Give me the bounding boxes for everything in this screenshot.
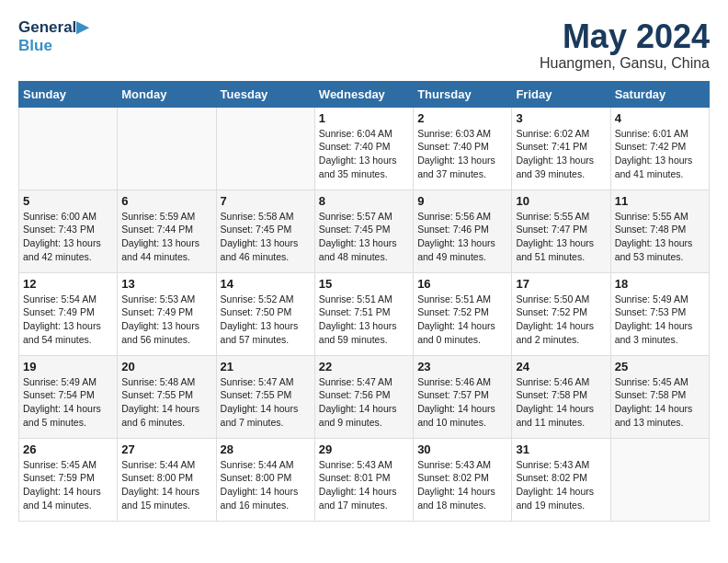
day-number: 12 [23, 277, 113, 291]
calendar-cell: 8Sunrise: 5:57 AM Sunset: 7:45 PM Daylig… [314, 190, 413, 272]
calendar-cell: 3Sunrise: 6:02 AM Sunset: 7:41 PM Daylig… [512, 107, 610, 190]
day-info: Sunrise: 5:57 AM Sunset: 7:45 PM Dayligh… [319, 210, 409, 264]
day-info: Sunrise: 6:03 AM Sunset: 7:40 PM Dayligh… [417, 127, 507, 181]
day-number: 17 [516, 277, 606, 291]
week-row-4: 19Sunrise: 5:49 AM Sunset: 7:54 PM Dayli… [19, 355, 710, 438]
calendar-cell: 14Sunrise: 5:52 AM Sunset: 7:50 PM Dayli… [216, 272, 314, 355]
day-number: 19 [23, 360, 113, 373]
day-info: Sunrise: 5:58 AM Sunset: 7:45 PM Dayligh… [221, 210, 311, 264]
day-info: Sunrise: 5:54 AM Sunset: 7:49 PM Dayligh… [23, 293, 113, 347]
calendar-cell: 30Sunrise: 5:43 AM Sunset: 8:02 PM Dayli… [414, 438, 512, 521]
day-number: 10 [516, 194, 606, 208]
calendar-cell: 28Sunrise: 5:44 AM Sunset: 8:00 PM Dayli… [216, 438, 314, 521]
days-header-row: SundayMondayTuesdayWednesdayThursdayFrid… [19, 81, 710, 107]
day-number: 6 [121, 194, 211, 208]
calendar-cell: 27Sunrise: 5:44 AM Sunset: 8:00 PM Dayli… [118, 438, 216, 521]
calendar-cell: 2Sunrise: 6:03 AM Sunset: 7:40 PM Daylig… [414, 107, 512, 190]
day-number: 30 [417, 442, 507, 456]
day-info: Sunrise: 6:00 AM Sunset: 7:43 PM Dayligh… [23, 210, 113, 264]
calendar-cell: 15Sunrise: 5:51 AM Sunset: 7:51 PM Dayli… [314, 272, 413, 355]
day-info: Sunrise: 5:47 AM Sunset: 7:55 PM Dayligh… [221, 375, 311, 430]
calendar-cell: 20Sunrise: 5:48 AM Sunset: 7:55 PM Dayli… [118, 355, 216, 438]
day-info: Sunrise: 5:56 AM Sunset: 7:46 PM Dayligh… [417, 210, 507, 264]
calendar-cell: 22Sunrise: 5:47 AM Sunset: 7:56 PM Dayli… [314, 355, 413, 438]
calendar-cell [216, 107, 314, 190]
calendar-cell: 26Sunrise: 5:45 AM Sunset: 7:59 PM Dayli… [19, 438, 118, 521]
title-block: May 2024 Huangmen, Gansu, China [540, 18, 710, 72]
day-info: Sunrise: 5:45 AM Sunset: 7:59 PM Dayligh… [23, 458, 113, 512]
day-number: 3 [516, 111, 606, 125]
day-info: Sunrise: 5:59 AM Sunset: 7:44 PM Dayligh… [121, 210, 211, 264]
calendar-cell: 13Sunrise: 5:53 AM Sunset: 7:49 PM Dayli… [118, 272, 216, 355]
day-number: 5 [23, 194, 113, 208]
calendar-cell: 7Sunrise: 5:58 AM Sunset: 7:45 PM Daylig… [216, 190, 314, 272]
day-info: Sunrise: 5:50 AM Sunset: 7:52 PM Dayligh… [516, 293, 606, 347]
day-info: Sunrise: 5:49 AM Sunset: 7:54 PM Dayligh… [23, 375, 113, 430]
day-number: 24 [516, 360, 606, 373]
day-number: 29 [319, 442, 409, 456]
calendar-cell: 17Sunrise: 5:50 AM Sunset: 7:52 PM Dayli… [512, 272, 610, 355]
day-header-wednesday: Wednesday [314, 81, 413, 107]
day-number: 8 [319, 194, 409, 208]
day-number: 27 [121, 442, 211, 456]
day-number: 21 [221, 360, 311, 373]
day-info: Sunrise: 5:51 AM Sunset: 7:51 PM Dayligh… [319, 293, 409, 347]
logo-line2: Blue [18, 37, 88, 55]
day-number: 9 [417, 194, 507, 208]
logo-line1: General▶ [18, 18, 88, 37]
calendar-cell: 24Sunrise: 5:46 AM Sunset: 7:58 PM Dayli… [512, 355, 610, 438]
calendar-cell: 21Sunrise: 5:47 AM Sunset: 7:55 PM Dayli… [216, 355, 314, 438]
day-number: 18 [615, 277, 705, 291]
calendar-cell: 4Sunrise: 6:01 AM Sunset: 7:42 PM Daylig… [610, 107, 709, 190]
day-info: Sunrise: 5:48 AM Sunset: 7:55 PM Dayligh… [121, 375, 211, 430]
calendar-cell: 9Sunrise: 5:56 AM Sunset: 7:46 PM Daylig… [414, 190, 512, 272]
calendar-cell: 23Sunrise: 5:46 AM Sunset: 7:57 PM Dayli… [414, 355, 512, 438]
day-info: Sunrise: 5:43 AM Sunset: 8:02 PM Dayligh… [516, 458, 606, 512]
calendar-cell: 1Sunrise: 6:04 AM Sunset: 7:40 PM Daylig… [314, 107, 413, 190]
day-number: 7 [221, 194, 311, 208]
day-header-thursday: Thursday [414, 81, 512, 107]
day-info: Sunrise: 5:46 AM Sunset: 7:57 PM Dayligh… [417, 375, 507, 430]
calendar-table: SundayMondayTuesdayWednesdayThursdayFrid… [18, 81, 710, 522]
calendar-cell: 11Sunrise: 5:55 AM Sunset: 7:48 PM Dayli… [610, 190, 709, 272]
calendar-subtitle: Huangmen, Gansu, China [540, 55, 710, 72]
calendar-cell: 18Sunrise: 5:49 AM Sunset: 7:53 PM Dayli… [610, 272, 709, 355]
day-number: 2 [417, 111, 507, 125]
day-number: 13 [121, 277, 211, 291]
calendar-cell: 25Sunrise: 5:45 AM Sunset: 7:58 PM Dayli… [610, 355, 709, 438]
day-number: 20 [121, 360, 211, 373]
page-header: General▶ Blue May 2024 Huangmen, Gansu, … [18, 18, 710, 72]
calendar-cell: 5Sunrise: 6:00 AM Sunset: 7:43 PM Daylig… [19, 190, 118, 272]
day-info: Sunrise: 5:43 AM Sunset: 8:01 PM Dayligh… [319, 458, 409, 512]
day-info: Sunrise: 5:49 AM Sunset: 7:53 PM Dayligh… [615, 293, 705, 347]
day-info: Sunrise: 6:04 AM Sunset: 7:40 PM Dayligh… [319, 127, 409, 181]
day-info: Sunrise: 5:53 AM Sunset: 7:49 PM Dayligh… [121, 293, 211, 347]
day-header-tuesday: Tuesday [216, 81, 314, 107]
day-number: 15 [319, 277, 409, 291]
day-info: Sunrise: 5:52 AM Sunset: 7:50 PM Dayligh… [221, 293, 311, 347]
day-number: 28 [221, 442, 311, 456]
calendar-cell: 10Sunrise: 5:55 AM Sunset: 7:47 PM Dayli… [512, 190, 610, 272]
day-info: Sunrise: 5:51 AM Sunset: 7:52 PM Dayligh… [417, 293, 507, 347]
day-number: 26 [23, 442, 113, 456]
day-number: 4 [615, 111, 705, 125]
day-number: 1 [319, 111, 409, 125]
calendar-cell: 12Sunrise: 5:54 AM Sunset: 7:49 PM Dayli… [19, 272, 118, 355]
day-header-sunday: Sunday [19, 81, 118, 107]
day-info: Sunrise: 5:55 AM Sunset: 7:47 PM Dayligh… [516, 210, 606, 264]
day-info: Sunrise: 6:01 AM Sunset: 7:42 PM Dayligh… [615, 127, 705, 181]
calendar-cell: 16Sunrise: 5:51 AM Sunset: 7:52 PM Dayli… [414, 272, 512, 355]
calendar-cell: 29Sunrise: 5:43 AM Sunset: 8:01 PM Dayli… [314, 438, 413, 521]
calendar-cell: 19Sunrise: 5:49 AM Sunset: 7:54 PM Dayli… [19, 355, 118, 438]
week-row-1: 1Sunrise: 6:04 AM Sunset: 7:40 PM Daylig… [19, 107, 710, 190]
day-number: 25 [615, 360, 705, 373]
day-number: 16 [417, 277, 507, 291]
day-info: Sunrise: 5:46 AM Sunset: 7:58 PM Dayligh… [516, 375, 606, 430]
week-row-5: 26Sunrise: 5:45 AM Sunset: 7:59 PM Dayli… [19, 438, 710, 521]
calendar-cell: 6Sunrise: 5:59 AM Sunset: 7:44 PM Daylig… [118, 190, 216, 272]
calendar-cell: 31Sunrise: 5:43 AM Sunset: 8:02 PM Dayli… [512, 438, 610, 521]
calendar-cell [118, 107, 216, 190]
day-number: 14 [221, 277, 311, 291]
day-header-saturday: Saturday [610, 81, 709, 107]
calendar-cell [19, 107, 118, 190]
